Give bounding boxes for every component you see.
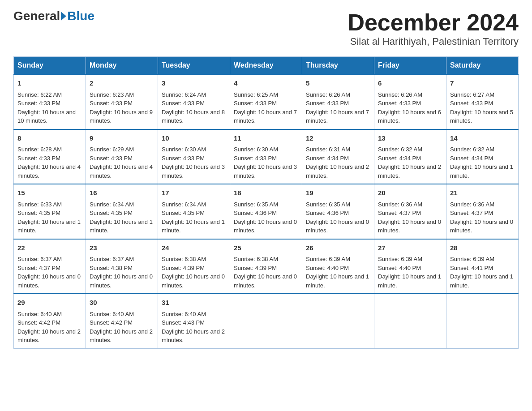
daylight-text: Daylight: 10 hours and 3 minutes. — [234, 163, 297, 179]
daylight-text: Daylight: 10 hours and 2 minutes. — [378, 163, 441, 179]
daylight-text: Daylight: 10 hours and 0 minutes. — [234, 218, 297, 234]
col-thursday: Thursday — [302, 57, 374, 75]
sunset-text: Sunset: 4:34 PM — [450, 155, 493, 162]
daylight-text: Daylight: 10 hours and 1 minute. — [450, 273, 513, 289]
table-row: 11 Sunrise: 6:30 AM Sunset: 4:33 PM Dayl… — [230, 129, 302, 184]
daylight-text: Daylight: 10 hours and 4 minutes. — [90, 163, 153, 179]
sunset-text: Sunset: 4:33 PM — [162, 155, 205, 162]
daylight-text: Daylight: 10 hours and 0 minutes. — [378, 218, 441, 234]
sunrise-text: Sunrise: 6:35 AM — [306, 201, 350, 208]
sunset-text: Sunset: 4:43 PM — [162, 319, 205, 326]
col-friday: Friday — [374, 57, 446, 75]
table-row: 15 Sunrise: 6:33 AM Sunset: 4:35 PM Dayl… — [14, 184, 86, 239]
daylight-text: Daylight: 10 hours and 0 minutes. — [90, 273, 153, 289]
sunrise-text: Sunrise: 6:36 AM — [378, 201, 422, 208]
col-monday: Monday — [86, 57, 158, 75]
sunset-text: Sunset: 4:37 PM — [450, 210, 493, 216]
table-row: 14 Sunrise: 6:32 AM Sunset: 4:34 PM Dayl… — [446, 129, 519, 184]
sunset-text: Sunset: 4:35 PM — [17, 210, 60, 216]
table-row: 13 Sunrise: 6:32 AM Sunset: 4:34 PM Dayl… — [374, 129, 446, 184]
table-row: 21 Sunrise: 6:36 AM Sunset: 4:37 PM Dayl… — [446, 184, 519, 239]
table-row: 28 Sunrise: 6:39 AM Sunset: 4:41 PM Dayl… — [446, 239, 519, 294]
day-number: 31 — [162, 298, 226, 308]
daylight-text: Daylight: 10 hours and 5 minutes. — [450, 109, 513, 124]
day-number: 23 — [90, 243, 154, 253]
day-number: 9 — [90, 133, 154, 144]
col-sunday: Sunday — [14, 57, 86, 75]
sunset-text: Sunset: 4:33 PM — [162, 100, 205, 107]
table-row: 1 Sunrise: 6:22 AM Sunset: 4:33 PM Dayli… — [14, 74, 86, 129]
table-row: 25 Sunrise: 6:38 AM Sunset: 4:39 PM Dayl… — [230, 239, 302, 294]
table-row: 9 Sunrise: 6:29 AM Sunset: 4:33 PM Dayli… — [86, 129, 158, 184]
sunrise-text: Sunrise: 6:39 AM — [378, 256, 422, 262]
sunset-text: Sunset: 4:40 PM — [378, 265, 421, 271]
daylight-text: Daylight: 10 hours and 1 minute. — [306, 273, 369, 289]
table-row: 24 Sunrise: 6:38 AM Sunset: 4:39 PM Dayl… — [158, 239, 230, 294]
day-number: 7 — [450, 78, 515, 89]
sunset-text: Sunset: 4:41 PM — [450, 265, 493, 271]
logo-blue-text: Blue — [67, 9, 94, 23]
day-number: 8 — [17, 133, 82, 144]
sunrise-text: Sunrise: 6:34 AM — [162, 201, 206, 208]
sunrise-text: Sunrise: 6:27 AM — [450, 91, 494, 98]
daylight-text: Daylight: 10 hours and 0 minutes. — [450, 218, 513, 234]
daylight-text: Daylight: 10 hours and 2 minutes. — [17, 328, 81, 344]
sunrise-text: Sunrise: 6:38 AM — [234, 256, 278, 262]
sunrise-text: Sunrise: 6:32 AM — [378, 146, 422, 153]
sunset-text: Sunset: 4:39 PM — [162, 265, 205, 271]
title-area: December 2024 Silat al Harithiyah, Pales… — [348, 9, 519, 47]
day-number: 24 — [162, 243, 226, 253]
sunset-text: Sunset: 4:38 PM — [90, 265, 133, 271]
sunset-text: Sunset: 4:34 PM — [378, 155, 421, 162]
sunrise-text: Sunrise: 6:38 AM — [162, 256, 206, 262]
table-row: 4 Sunrise: 6:25 AM Sunset: 4:33 PM Dayli… — [230, 74, 302, 129]
day-number: 12 — [306, 133, 370, 144]
sunset-text: Sunset: 4:39 PM — [234, 265, 277, 271]
daylight-text: Daylight: 10 hours and 2 minutes. — [306, 163, 369, 179]
day-number: 6 — [378, 78, 442, 89]
table-row — [302, 294, 374, 348]
daylight-text: Daylight: 10 hours and 8 minutes. — [162, 109, 225, 124]
sunset-text: Sunset: 4:33 PM — [378, 100, 421, 107]
daylight-text: Daylight: 10 hours and 7 minutes. — [234, 109, 297, 124]
day-number: 21 — [450, 188, 515, 198]
daylight-text: Daylight: 10 hours and 0 minutes. — [234, 273, 297, 289]
sunrise-text: Sunrise: 6:32 AM — [450, 146, 494, 153]
day-number: 4 — [234, 78, 298, 89]
daylight-text: Daylight: 10 hours and 2 minutes. — [162, 328, 225, 344]
sunset-text: Sunset: 4:35 PM — [90, 210, 133, 216]
sunset-text: Sunset: 4:42 PM — [17, 319, 60, 326]
sunset-text: Sunset: 4:33 PM — [234, 155, 277, 162]
sunrise-text: Sunrise: 6:40 AM — [17, 311, 62, 317]
calendar-table: Sunday Monday Tuesday Wednesday Thursday… — [13, 56, 519, 349]
sunrise-text: Sunrise: 6:22 AM — [17, 91, 62, 98]
day-number: 27 — [378, 243, 442, 253]
day-number: 1 — [17, 78, 82, 89]
daylight-text: Daylight: 10 hours and 1 minute. — [162, 218, 225, 234]
table-row — [374, 294, 446, 348]
sunrise-text: Sunrise: 6:30 AM — [162, 146, 206, 153]
daylight-text: Daylight: 10 hours and 6 minutes. — [378, 109, 441, 124]
sunset-text: Sunset: 4:34 PM — [306, 155, 349, 162]
daylight-text: Daylight: 10 hours and 4 minutes. — [17, 163, 81, 179]
daylight-text: Daylight: 10 hours and 1 minute. — [17, 218, 81, 234]
day-number: 15 — [17, 188, 82, 198]
daylight-text: Daylight: 10 hours and 1 minute. — [450, 163, 513, 179]
day-number: 14 — [450, 133, 515, 144]
table-row: 18 Sunrise: 6:35 AM Sunset: 4:36 PM Dayl… — [230, 184, 302, 239]
calendar-header-row: Sunday Monday Tuesday Wednesday Thursday… — [14, 57, 519, 75]
sunrise-text: Sunrise: 6:30 AM — [234, 146, 278, 153]
calendar-week-row: 1 Sunrise: 6:22 AM Sunset: 4:33 PM Dayli… — [14, 74, 519, 129]
table-row: 29 Sunrise: 6:40 AM Sunset: 4:42 PM Dayl… — [14, 294, 86, 348]
sunset-text: Sunset: 4:37 PM — [378, 210, 421, 216]
sunset-text: Sunset: 4:33 PM — [306, 100, 349, 107]
sunrise-text: Sunrise: 6:40 AM — [90, 311, 134, 317]
sunset-text: Sunset: 4:36 PM — [306, 210, 349, 216]
day-number: 25 — [234, 243, 298, 253]
day-number: 30 — [90, 298, 154, 308]
table-row: 23 Sunrise: 6:37 AM Sunset: 4:38 PM Dayl… — [86, 239, 158, 294]
sunrise-text: Sunrise: 6:23 AM — [90, 91, 134, 98]
table-row: 3 Sunrise: 6:24 AM Sunset: 4:33 PM Dayli… — [158, 74, 230, 129]
sunrise-text: Sunrise: 6:28 AM — [17, 146, 62, 153]
daylight-text: Daylight: 10 hours and 1 minute. — [378, 273, 441, 289]
